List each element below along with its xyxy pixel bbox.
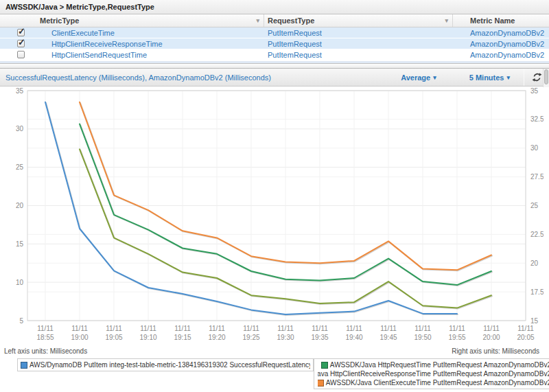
period-value: 5 Minutes	[469, 73, 504, 82]
column-header-requesttype[interactable]: RequestType ▾	[264, 14, 453, 27]
svg-text:19:30: 19:30	[277, 334, 294, 341]
legend-label: AWSSDK/Java HttpClientReceiveResponseTim…	[318, 370, 549, 378]
legend-swatch	[321, 362, 328, 369]
svg-text:11/11: 11/11	[140, 325, 156, 332]
period-dropdown[interactable]: 5 Minutes ▾	[469, 73, 510, 82]
table-header-row: MetricType ▾ RequestType ▾ Metric Name	[0, 14, 549, 27]
svg-text:11/11: 11/11	[174, 325, 191, 332]
svg-text:22.5: 22.5	[530, 231, 544, 238]
svg-text:27.5: 27.5	[530, 173, 544, 181]
request-type-cell[interactable]: PutItemRequest	[264, 29, 453, 37]
statistic-value: Average	[401, 73, 430, 82]
breadcrumb-text: AWSSDK/Java > MetricType,RequestType	[5, 3, 154, 11]
svg-text:11/11: 11/11	[312, 325, 328, 332]
sort-icon[interactable]: ▾	[445, 17, 452, 24]
sort-icon[interactable]: ▾	[256, 17, 264, 24]
column-header-metrictype[interactable]: MetricType ▾	[34, 14, 264, 27]
chevron-down-icon: ▾	[433, 74, 436, 81]
svg-text:20: 20	[530, 260, 539, 267]
request-type-cell[interactable]: PutItemRequest	[264, 40, 453, 48]
svg-text:5: 5	[19, 317, 23, 325]
svg-text:19:20: 19:20	[208, 334, 225, 341]
legend-swatch	[318, 380, 324, 387]
request-type-cell[interactable]: PutItemRequest	[264, 51, 453, 59]
svg-text:19:50: 19:50	[414, 334, 431, 341]
right-axis-units-label: Right axis units: Milliseconds	[452, 347, 539, 356]
svg-text:19:45: 19:45	[379, 334, 397, 341]
svg-text:32.5: 32.5	[530, 115, 544, 123]
svg-text:19:35: 19:35	[311, 334, 328, 341]
legend-entry: AWSSDK/Java ClientExecuteTime PutItemReq…	[318, 378, 549, 387]
chart-plot-area: 51015202530351517.52022.52527.53032.5351…	[0, 87, 544, 347]
column-header-metricname[interactable]: Metric Name	[453, 14, 549, 27]
svg-text:20:05: 20:05	[517, 334, 534, 341]
table-row[interactable]: ✓ HttpClientReceiveResponseTime PutItemR…	[0, 38, 549, 49]
svg-text:19:55: 19:55	[448, 334, 465, 341]
svg-text:11/11: 11/11	[277, 325, 294, 332]
chart-header: SuccessfulRequestLatency (Milliseconds),…	[0, 69, 549, 87]
metric-name-cell[interactable]: AmazonDynamoDBv2	[453, 40, 549, 48]
svg-text:11/11: 11/11	[209, 325, 225, 332]
legend-box-left: AWS/DynamoDB PutItem integ-test-table-me…	[17, 358, 314, 371]
svg-text:11/11: 11/11	[380, 325, 397, 332]
svg-text:10: 10	[16, 279, 24, 286]
svg-text:11/11: 11/11	[449, 325, 465, 332]
svg-text:19:10: 19:10	[139, 334, 156, 341]
row-checkbox[interactable]: ✓	[17, 40, 25, 47]
chart-title: SuccessfulRequestLatency (Milliseconds),…	[0, 73, 401, 82]
scrollbar-thumb[interactable]	[544, 69, 548, 84]
vertical-scrollbar[interactable]	[543, 69, 549, 87]
metric-type-cell[interactable]: ClientExecuteTime	[34, 29, 264, 37]
legend-entry: AWSSDK/Java HttpRequestTime PutItemReque…	[318, 360, 549, 369]
column-label: RequestType	[268, 16, 445, 25]
statistic-dropdown[interactable]: Average ▾	[401, 73, 436, 82]
legend-box-right: AWSSDK/Java HttpRequestTime PutItemReque…	[314, 358, 549, 389]
svg-text:30: 30	[16, 125, 24, 132]
svg-text:35: 35	[530, 87, 539, 95]
check-icon: ✓	[18, 26, 25, 36]
svg-text:11/11: 11/11	[243, 325, 259, 332]
svg-text:11/11: 11/11	[346, 325, 362, 332]
panel-splitter[interactable]: ▪▪▪▪	[0, 63, 549, 69]
svg-text:20:00: 20:00	[482, 334, 500, 341]
metric-type-cell[interactable]: HttpClientSendRequestTime	[34, 51, 264, 59]
legend-entry: AWS/DynamoDB PutItem integ-test-table-me…	[21, 360, 310, 369]
line-chart: 51015202530351517.52022.52527.53032.5351…	[0, 87, 544, 346]
chart-panel: SuccessfulRequestLatency (Milliseconds),…	[0, 69, 549, 392]
svg-text:19:40: 19:40	[345, 334, 362, 341]
svg-text:11/11: 11/11	[71, 325, 88, 332]
check-icon: ✓	[18, 37, 25, 47]
svg-text:35: 35	[16, 87, 24, 95]
row-checkbox[interactable]: ✓	[17, 29, 25, 36]
svg-text:11/11: 11/11	[414, 325, 431, 332]
svg-text:19:05: 19:05	[105, 334, 122, 341]
svg-text:25: 25	[530, 202, 539, 209]
svg-text:11/11: 11/11	[483, 325, 500, 332]
row-checkbox[interactable]: ✓	[17, 51, 25, 58]
svg-text:15: 15	[530, 317, 539, 325]
metric-name-cell[interactable]: AmazonDynamoDBv2	[453, 29, 549, 37]
legend-entry: AWSSDK/Java HttpClientReceiveResponseTim…	[318, 369, 549, 378]
chevron-down-icon: ▾	[506, 74, 510, 81]
svg-text:20: 20	[16, 202, 24, 209]
table-row[interactable]: ✓ HttpClientSendRequestTime PutItemReque…	[0, 49, 549, 60]
breadcrumb[interactable]: AWSSDK/Java > MetricType,RequestType	[0, 0, 549, 14]
legend-label: AWSSDK/Java HttpRequestTime PutItemReque…	[330, 361, 549, 369]
metric-name-cell[interactable]: AmazonDynamoDBv2	[453, 51, 549, 59]
refresh-icon	[532, 72, 542, 82]
svg-text:11/11: 11/11	[37, 325, 54, 332]
svg-text:30: 30	[530, 144, 539, 152]
svg-text:19:15: 19:15	[174, 334, 191, 341]
svg-text:11/11: 11/11	[106, 325, 122, 332]
metric-type-cell[interactable]: HttpClientReceiveResponseTime	[34, 40, 264, 48]
column-label: MetricType	[40, 16, 256, 25]
legend-label: AWSSDK/Java ClientExecuteTime PutItemReq…	[326, 379, 549, 387]
legend-swatch	[21, 362, 27, 369]
axis-units-row: Left axis units: Milliseconds Right axis…	[0, 347, 549, 356]
svg-text:19:25: 19:25	[242, 334, 259, 341]
legend-label: AWS/DynamoDB PutItem integ-test-table-me…	[30, 361, 310, 369]
svg-text:11/11: 11/11	[517, 325, 534, 332]
metrics-table: MetricType ▾ RequestType ▾ Metric Name ✓…	[0, 14, 549, 63]
svg-text:19:00: 19:00	[71, 334, 88, 341]
table-row[interactable]: ✓ ClientExecuteTime PutItemRequest Amazo…	[0, 27, 549, 38]
